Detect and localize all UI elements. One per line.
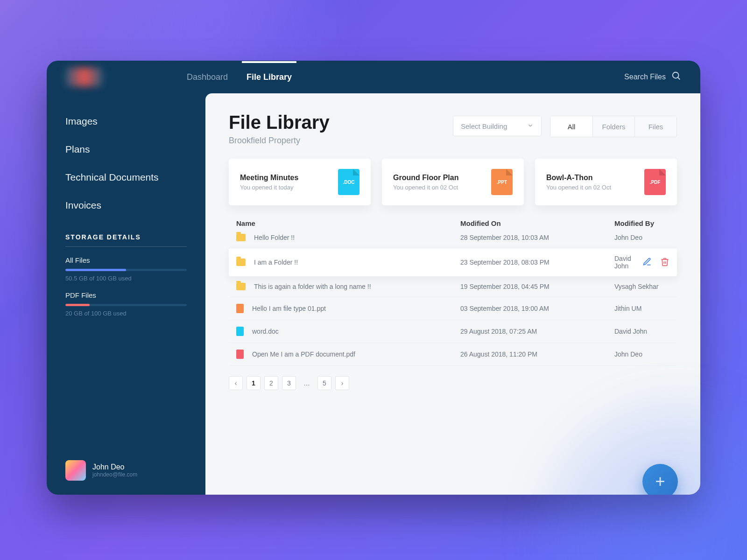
sidebar-item-images[interactable]: Images [65,107,187,135]
storage-label: PDF Files [65,291,187,299]
modified-by: Vysagh Sekhar [614,283,669,290]
modified-by: John Deo [614,350,669,358]
chevron-down-icon [527,122,534,130]
recent-card[interactable]: Ground Floor Plan You opened it on 02 Oc… [382,159,524,205]
column-name: Name [236,219,460,227]
filter-all[interactable]: All [550,116,592,137]
recent-card[interactable]: Bowl-A-Thon You opened it on 02 Oct .PDF [535,159,677,205]
table-row[interactable]: Open Me I am a PDF document.pdf26 August… [229,343,677,366]
folder-icon [236,259,246,266]
table-row[interactable]: word.doc29 August 2018, 07:25 AMDavid Jo… [229,320,677,343]
sidebar: Images Plans Technical Documents Invoice… [47,93,205,495]
storage-label: All Files [65,256,187,264]
table-header: Name Modified On Modified By [229,219,677,227]
main-content: File Library Brookfield Property Select … [205,93,700,495]
filter-folders[interactable]: Folders [592,116,634,137]
doc-file-icon: .DOC [338,169,359,195]
file-name: I am a Folder !! [254,259,298,266]
search-files[interactable]: Search Files [624,71,682,83]
modified-on: 19 September 2018, 04:45 PM [460,283,614,290]
table-row[interactable]: Hello Folder !!28 September 2018, 10:03 … [229,227,677,248]
sidebar-nav: Images Plans Technical Documents Invoice… [65,107,187,219]
storage-pdf-files: PDF Files 20 GB of 100 GB used [65,291,187,317]
brand-logo [65,68,103,86]
topbar: Dashboard File Library Search Files [47,61,700,93]
edit-icon[interactable] [642,257,652,268]
recent-cards: Meeting Minutes You opened it today .DOC… [229,159,677,205]
select-building-dropdown[interactable]: Select Building [453,116,542,136]
page-subtitle: Brookfield Property [229,136,330,146]
sidebar-item-invoices[interactable]: Invoices [65,191,187,219]
app-window: Dashboard File Library Search Files Imag… [47,61,700,495]
modified-by: Jithin UM [614,305,669,312]
card-subtitle: You opened it on 02 Oct [393,184,458,191]
modified-on: 26 August 2018, 11:20 PM [460,350,614,358]
ppt-file-icon: .PPT [491,169,513,195]
storage-bar-fill [65,269,126,271]
add-file-fab[interactable]: + [642,464,678,495]
modified-on: 23 September 2018, 08:03 PM [460,259,614,266]
svg-point-0 [673,72,679,78]
pagination: ‹ 123…5 › [229,376,677,390]
plus-icon: + [655,472,665,491]
storage-details-header: STORAGE DETAILS [65,233,187,247]
modified-by: David John [614,328,669,335]
modified-by: David John [614,255,642,270]
modified-on: 28 September 2018, 10:03 AM [460,234,614,241]
doc-file-icon [236,327,244,336]
search-icon [671,71,682,83]
table-row[interactable]: This is again a folder with a long name … [229,276,677,297]
sidebar-item-plans[interactable]: Plans [65,135,187,163]
user-email: johndeo@file.com [92,471,137,478]
storage-usage-text: 50.5 GB of 100 GB used [65,275,187,282]
chevron-right-icon: › [341,379,344,387]
page-ellipsis: … [300,376,314,390]
file-name: word.doc [252,328,279,335]
table-body: Hello Folder !!28 September 2018, 10:03 … [229,227,677,366]
search-label: Search Files [624,73,666,81]
file-name: Hello I am file type 01.ppt [252,305,326,312]
user-name: John Deo [92,463,137,471]
user-card[interactable]: John Deo johndeo@file.com [65,441,187,481]
page-next[interactable]: › [335,376,349,390]
table-row[interactable]: Hello I am file type 01.ppt03 September … [229,297,677,320]
pdf-file-icon [236,350,244,359]
filter-toggle-group: All Folders Files [550,116,677,137]
sidebar-item-technical-documents[interactable]: Technical Documents [65,163,187,191]
card-subtitle: You opened it today [240,184,298,191]
card-title: Bowl-A-Thon [546,174,611,182]
page-prev[interactable]: ‹ [229,376,243,390]
recent-card[interactable]: Meeting Minutes You opened it today .DOC [229,159,371,205]
folder-icon [236,234,246,241]
file-name: Hello Folder !! [254,234,295,241]
filter-files[interactable]: Files [634,116,677,137]
modified-on: 03 September 2018, 19:00 AM [460,305,614,312]
tab-file-library[interactable]: File Library [247,61,292,93]
card-title: Ground Floor Plan [393,174,458,182]
svg-line-1 [678,77,680,80]
tab-dashboard[interactable]: Dashboard [187,61,228,93]
modified-by: John Deo [614,234,669,241]
storage-all-files: All Files 50.5 GB of 100 GB used [65,256,187,282]
content-header: File Library Brookfield Property Select … [229,112,677,146]
page-title: File Library [229,112,330,133]
page-number[interactable]: 2 [264,376,278,390]
storage-bar [65,269,187,271]
table-row[interactable]: I am a Folder !!23 September 2018, 08:03… [229,248,677,276]
page-number[interactable]: 1 [247,376,261,390]
column-modified-by: Modified By [614,219,669,227]
avatar [65,460,86,481]
column-modified-on: Modified On [460,219,614,227]
chevron-left-icon: ‹ [235,379,237,387]
file-name: This is again a folder with a long name … [254,283,371,290]
storage-bar-fill [65,304,90,306]
pdf-file-icon: .PDF [644,169,666,195]
page-number[interactable]: 3 [282,376,296,390]
storage-usage-text: 20 GB of 100 GB used [65,310,187,317]
folder-icon [236,283,246,290]
card-subtitle: You opened it on 02 Oct [546,184,611,191]
ppt-file-icon [236,304,244,313]
select-placeholder: Select Building [461,122,507,130]
delete-icon[interactable] [660,257,669,268]
page-number[interactable]: 5 [317,376,331,390]
